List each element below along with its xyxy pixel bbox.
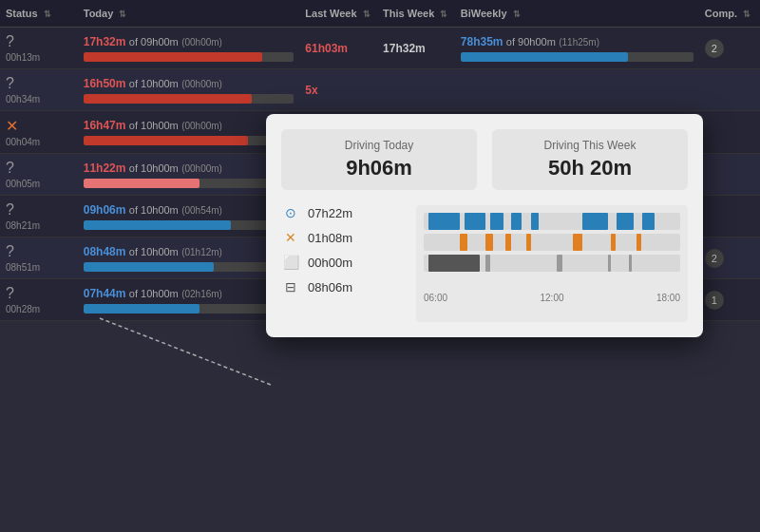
- today-time-main: 08h48m: [84, 245, 126, 258]
- cell-status: ? 00h34m: [0, 69, 78, 111]
- today-time-extra: (00h00m): [181, 37, 222, 48]
- cell-thisweek: 17h32m: [377, 28, 455, 69]
- timeline-row-2: [424, 234, 680, 251]
- lastweek-val: 61h03m: [305, 42, 348, 55]
- lastweek-val: 5x: [305, 84, 317, 97]
- status-icon: ?: [6, 75, 72, 92]
- status-icon: ✕: [6, 117, 72, 135]
- break-icon: ⬜: [281, 255, 300, 270]
- cell-biweekly: [455, 69, 699, 111]
- popup-icon-row-break: ⬜ 00h00m: [281, 255, 405, 270]
- header-comp[interactable]: Comp. ⇅: [699, 0, 760, 28]
- work-value: 01h08m: [308, 231, 352, 245]
- cell-status: ✕ 00h04m: [0, 111, 78, 154]
- today-time-of: of 10h00m: [129, 120, 179, 131]
- table-row[interactable]: ? 00h34m 16h50m of 10h00m (00h00m) 5x: [0, 69, 760, 111]
- status-sub: 08h51m: [6, 262, 72, 273]
- popup-header: Driving Today 9h06m Driving This Week 50…: [281, 129, 688, 190]
- today-bar-fill: [84, 262, 214, 272]
- today-bar: [84, 262, 294, 272]
- popup-icon-row-rest: ⊟ 08h06m: [281, 279, 405, 294]
- today-time-extra: (01h12m): [181, 247, 222, 257]
- sort-arrows-status: ⇅: [44, 10, 51, 19]
- sort-arrows-lastweek: ⇅: [363, 10, 370, 19]
- time-label-18: 18:00: [656, 293, 680, 303]
- biweekly-bar: [461, 52, 694, 62]
- status-icon: ?: [6, 160, 72, 177]
- cell-today: 16h50m of 10h00m (00h00m): [78, 69, 300, 111]
- today-time-of: of 10h00m: [129, 246, 179, 257]
- rest-value: 08h06m: [308, 280, 352, 294]
- today-time-main: 16h47m: [84, 119, 126, 132]
- sort-arrows-thisweek: ⇅: [440, 10, 447, 19]
- cell-status: ? 00h05m: [0, 154, 78, 196]
- status-sub: 00h13m: [6, 52, 72, 63]
- svg-line-0: [100, 318, 271, 385]
- biweekly-main: 78h35m: [461, 35, 504, 48]
- popup-icon-row-work: ✕ 01h08m: [281, 230, 405, 245]
- header-lastweek[interactable]: Last Week ⇅: [299, 0, 377, 28]
- status-sub: 00h04m: [6, 137, 72, 147]
- timeline-chart: 06:00 12:00 18:00: [416, 205, 688, 322]
- today-time-main: 09h06m: [84, 203, 126, 217]
- thisweek-val: 17h32m: [383, 42, 426, 55]
- today-time-of: of 10h00m: [129, 78, 179, 89]
- cell-biweekly: 78h35m of 90h00m (11h25m): [455, 28, 699, 69]
- cell-comp: [699, 69, 760, 111]
- today-bar: [84, 136, 294, 145]
- today-bar: [84, 94, 294, 104]
- cell-status: ? 00h28m: [0, 279, 78, 321]
- cell-comp: 2: [699, 238, 760, 279]
- popup-today-label: Driving Today: [300, 139, 458, 152]
- status-icon: ?: [6, 201, 72, 218]
- drive-icon: ⊙: [281, 205, 300, 220]
- today-bar: [84, 304, 294, 314]
- comp-badge: 2: [705, 39, 724, 58]
- cell-status: ? 00h13m: [0, 28, 78, 69]
- biweekly-bar-fill: [461, 52, 628, 62]
- status-sub: 08h21m: [6, 220, 72, 231]
- today-time-of: of 10h00m: [129, 204, 179, 216]
- today-bar-fill: [84, 52, 262, 62]
- popup-week-value: 50h 20m: [511, 156, 669, 180]
- cell-comp: 1: [699, 279, 760, 321]
- header-status[interactable]: Status ⇅: [0, 0, 78, 28]
- today-time-extra: (00h54m): [181, 205, 222, 216]
- comp-badge: 2: [705, 249, 724, 268]
- popup-driving-week: Driving This Week 50h 20m: [492, 129, 688, 190]
- status-sub: 00h05m: [6, 179, 72, 189]
- cell-comp: [699, 154, 760, 196]
- today-bar-fill: [84, 179, 200, 188]
- popup-driving-today: Driving Today 9h06m: [281, 129, 477, 190]
- today-bar-fill: [84, 220, 231, 230]
- sort-arrows-today: ⇅: [119, 10, 126, 19]
- today-time-main: 07h44m: [84, 287, 126, 300]
- status-icon: ?: [6, 285, 72, 302]
- biweekly-of: of 90h00m: [506, 36, 556, 48]
- today-bar: [84, 220, 294, 230]
- today-bar-fill: [84, 304, 200, 314]
- cell-comp: [699, 196, 760, 238]
- time-label-12: 12:00: [540, 293, 563, 303]
- work-icon: ✕: [281, 230, 300, 245]
- cell-status: ? 08h21m: [0, 196, 78, 238]
- cell-status: ? 08h51m: [0, 238, 78, 279]
- timeline-row-3: [424, 255, 680, 272]
- timeline-axis: 06:00 12:00 18:00: [424, 293, 680, 303]
- status-icon: ?: [6, 33, 72, 50]
- timeline-rows: [424, 213, 680, 289]
- today-time-of: of 09h00m: [129, 36, 179, 48]
- table-row[interactable]: ? 00h13m 17h32m of 09h00m (00h00m) 61h03…: [0, 28, 760, 69]
- today-bar: [84, 52, 294, 62]
- sort-arrows-biweekly: ⇅: [513, 10, 521, 19]
- header-biweekly[interactable]: BiWeekly ⇅: [455, 0, 699, 28]
- today-time-main: 17h32m: [84, 35, 126, 48]
- today-time-main: 11h22m: [84, 162, 126, 175]
- popup-connector-line: [95, 314, 285, 390]
- header-thisweek[interactable]: This Week ⇅: [377, 0, 455, 28]
- popup-today-value: 9h06m: [300, 156, 458, 180]
- today-bar: [84, 179, 294, 188]
- cell-today: 17h32m of 09h00m (00h00m): [78, 28, 300, 69]
- time-label-6: 06:00: [424, 293, 447, 303]
- header-today[interactable]: Today ⇅: [78, 0, 300, 28]
